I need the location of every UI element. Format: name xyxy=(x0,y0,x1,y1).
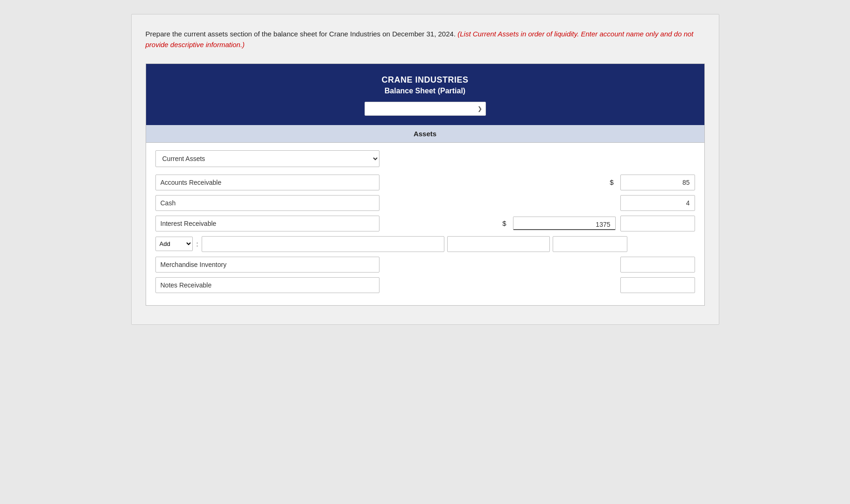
current-assets-dropdown[interactable]: Current Assets xyxy=(155,150,379,167)
merchandise-inventory-row xyxy=(155,257,695,273)
company-title: CRANE INDUSTRIES xyxy=(155,75,695,85)
notes-receivable-amount[interactable] xyxy=(620,277,695,293)
add-row: Add : xyxy=(155,236,695,252)
merchandise-inventory-input[interactable] xyxy=(155,257,379,273)
interest-receivable-amount-mid[interactable] xyxy=(513,217,616,230)
bs-header: CRANE INDUSTRIES Balance Sheet (Partial)… xyxy=(146,64,704,125)
cash-amount[interactable] xyxy=(620,195,695,211)
current-assets-dropdown-wrapper: Current Assets xyxy=(155,150,379,167)
page-container: Prepare the current assets section of th… xyxy=(131,14,719,325)
header-dropdown-row: ❯ xyxy=(155,102,695,116)
accounts-receivable-dollar: $ xyxy=(610,178,613,186)
assets-label: Assets xyxy=(414,130,436,138)
bs-body: Current Assets $ $ xyxy=(146,143,704,305)
add-amount-mid[interactable] xyxy=(447,236,550,252)
interest-receivable-amount-right[interactable] xyxy=(620,216,695,231)
add-select[interactable]: Add xyxy=(155,237,193,251)
date-dropdown[interactable] xyxy=(365,102,486,116)
interest-receivable-row: $ xyxy=(155,216,695,231)
current-assets-row: Current Assets xyxy=(155,150,695,167)
assets-label-row: Assets xyxy=(146,125,704,143)
date-dropdown-wrapper: ❯ xyxy=(365,102,486,116)
add-account-input[interactable] xyxy=(202,236,444,252)
document-subtitle: Balance Sheet (Partial) xyxy=(155,87,695,95)
merchandise-inventory-amount[interactable] xyxy=(620,257,695,273)
interest-receivable-input[interactable] xyxy=(155,216,379,231)
cash-input[interactable] xyxy=(155,195,379,211)
interest-receivable-dollar: $ xyxy=(502,219,506,227)
add-colon: : xyxy=(197,240,198,248)
instructions: Prepare the current assets section of th… xyxy=(146,28,705,50)
notes-receivable-input[interactable] xyxy=(155,277,379,293)
notes-receivable-row xyxy=(155,277,695,293)
accounts-receivable-amount[interactable] xyxy=(620,175,695,190)
cash-row xyxy=(155,195,695,211)
balance-sheet-wrapper: CRANE INDUSTRIES Balance Sheet (Partial)… xyxy=(146,63,705,306)
add-amount-right[interactable] xyxy=(553,236,627,252)
accounts-receivable-input[interactable] xyxy=(155,175,379,190)
accounts-receivable-row: $ xyxy=(155,175,695,190)
instructions-main: Prepare the current assets section of th… xyxy=(146,30,456,38)
